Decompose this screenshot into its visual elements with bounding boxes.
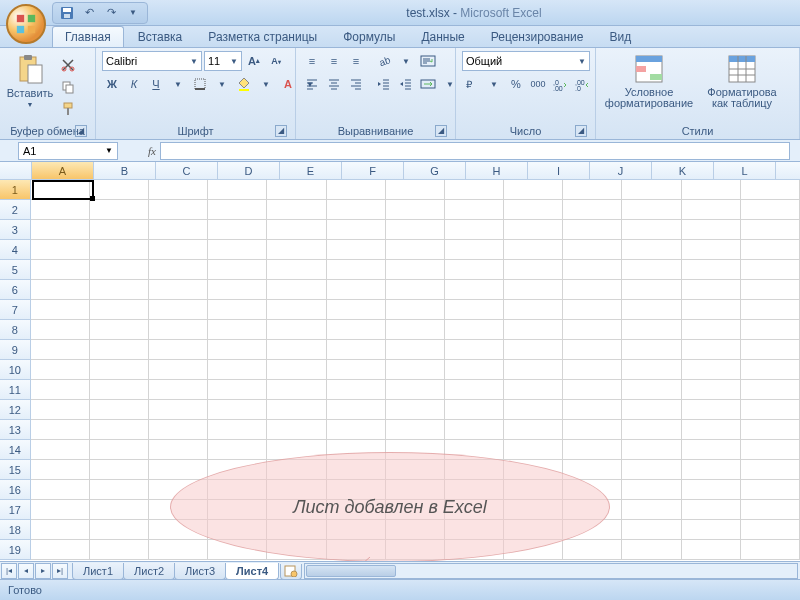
font-color-button[interactable]: A — [278, 74, 298, 94]
cell[interactable] — [445, 420, 504, 440]
cell[interactable] — [445, 340, 504, 360]
cell[interactable] — [386, 180, 445, 200]
cell[interactable] — [741, 220, 800, 240]
cell[interactable] — [563, 200, 622, 220]
cell[interactable] — [267, 240, 326, 260]
cell[interactable] — [327, 360, 386, 380]
cell[interactable] — [563, 540, 622, 560]
sheet-tab-1[interactable]: Лист1 — [72, 563, 124, 580]
cell[interactable] — [622, 380, 681, 400]
cell[interactable] — [563, 300, 622, 320]
cell[interactable] — [90, 220, 149, 240]
cell[interactable] — [267, 300, 326, 320]
underline-dropdown[interactable]: ▼ — [168, 74, 188, 94]
cell[interactable] — [682, 200, 741, 220]
cell[interactable] — [267, 200, 326, 220]
cell[interactable] — [267, 380, 326, 400]
cell[interactable] — [327, 420, 386, 440]
orientation-icon[interactable]: ab — [374, 51, 394, 71]
cell[interactable] — [741, 300, 800, 320]
cell[interactable] — [149, 240, 208, 260]
cell[interactable] — [445, 280, 504, 300]
cell[interactable] — [31, 260, 90, 280]
cell[interactable] — [31, 200, 90, 220]
name-box[interactable]: A1▼ — [18, 142, 118, 160]
cell[interactable] — [90, 480, 149, 500]
cell[interactable] — [31, 520, 90, 540]
row-header-2[interactable]: 2 — [0, 200, 31, 220]
cell[interactable] — [267, 340, 326, 360]
cell[interactable] — [31, 400, 90, 420]
cell[interactable] — [504, 260, 563, 280]
cell[interactable] — [682, 340, 741, 360]
fill-color-dropdown[interactable]: ▼ — [256, 74, 276, 94]
conditional-formatting-button[interactable]: Условное форматирование — [602, 51, 696, 109]
cell[interactable] — [445, 400, 504, 420]
cell[interactable] — [208, 240, 267, 260]
cell[interactable] — [682, 460, 741, 480]
cell[interactable] — [682, 500, 741, 520]
row-header-4[interactable]: 4 — [0, 240, 31, 260]
cell[interactable] — [445, 240, 504, 260]
fill-color-button[interactable] — [234, 74, 254, 94]
cell[interactable] — [741, 360, 800, 380]
cell[interactable] — [208, 380, 267, 400]
cell[interactable] — [267, 360, 326, 380]
office-button[interactable] — [6, 4, 46, 44]
cell[interactable] — [741, 420, 800, 440]
cell[interactable] — [504, 360, 563, 380]
tab-home[interactable]: Главная — [52, 26, 124, 47]
cell[interactable] — [208, 400, 267, 420]
cell[interactable] — [386, 240, 445, 260]
decrease-font-icon[interactable]: A▾ — [266, 51, 286, 71]
cell[interactable] — [445, 180, 504, 200]
format-as-table-button[interactable]: Форматирова как таблицу — [700, 51, 784, 109]
cell[interactable] — [622, 460, 681, 480]
cell[interactable] — [208, 340, 267, 360]
row-header-15[interactable]: 15 — [0, 460, 31, 480]
cell[interactable] — [327, 320, 386, 340]
cell[interactable] — [563, 220, 622, 240]
cell[interactable] — [622, 540, 681, 560]
increase-indent-icon[interactable] — [396, 74, 416, 94]
cell[interactable] — [90, 320, 149, 340]
col-header-G[interactable]: G — [404, 162, 466, 179]
font-size-combo[interactable]: 11▼ — [204, 51, 242, 71]
cell[interactable] — [386, 340, 445, 360]
sheet-nav-first[interactable]: |◂ — [1, 563, 17, 579]
cell[interactable] — [208, 420, 267, 440]
cell[interactable] — [622, 440, 681, 460]
cell[interactable] — [682, 380, 741, 400]
cell[interactable] — [682, 520, 741, 540]
cell[interactable] — [31, 340, 90, 360]
cell[interactable] — [445, 200, 504, 220]
row-header-8[interactable]: 8 — [0, 320, 31, 340]
cell[interactable] — [386, 300, 445, 320]
cell[interactable] — [31, 380, 90, 400]
cell[interactable] — [31, 460, 90, 480]
cell[interactable] — [445, 360, 504, 380]
cell[interactable] — [563, 400, 622, 420]
sheet-nav-last[interactable]: ▸| — [52, 563, 68, 579]
cell[interactable] — [327, 300, 386, 320]
cell[interactable] — [31, 300, 90, 320]
border-button[interactable] — [190, 74, 210, 94]
cell[interactable] — [31, 540, 90, 560]
cell[interactable] — [208, 180, 267, 200]
qat-dropdown-icon[interactable]: ▼ — [125, 5, 141, 21]
cell[interactable] — [149, 360, 208, 380]
number-format-combo[interactable]: Общий▼ — [462, 51, 590, 71]
cell[interactable] — [31, 220, 90, 240]
cell[interactable] — [682, 360, 741, 380]
row-header-6[interactable]: 6 — [0, 280, 31, 300]
cell[interactable] — [741, 400, 800, 420]
cell[interactable] — [327, 260, 386, 280]
cell[interactable] — [741, 260, 800, 280]
cell[interactable] — [386, 360, 445, 380]
cell[interactable] — [31, 320, 90, 340]
cell[interactable] — [208, 200, 267, 220]
cell[interactable] — [90, 240, 149, 260]
cell[interactable] — [31, 280, 90, 300]
cell[interactable] — [267, 420, 326, 440]
clipboard-launcher[interactable]: ◢ — [75, 125, 87, 137]
